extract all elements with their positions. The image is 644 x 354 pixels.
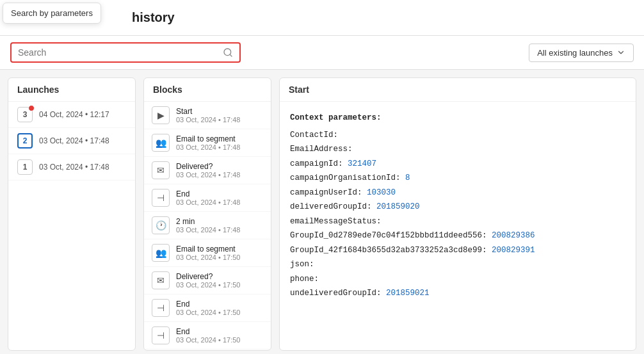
- list-item[interactable]: ⊣ End 03 Oct, 2024 • 17:50: [144, 294, 271, 322]
- block-icon: 👥: [152, 244, 170, 262]
- launch-badge: 1: [17, 159, 33, 175]
- param-key: json:: [290, 260, 314, 269]
- param-key: campaignId:: [290, 159, 343, 168]
- block-name: 2 min: [176, 217, 240, 226]
- list-item[interactable]: ✉ Delivered? 03 Oct, 2024 • 17:48: [144, 157, 271, 184]
- param-key: undeliveredGroupId:: [290, 289, 382, 298]
- main-content: Launches 3 04 Oct, 2024 • 12:17 2 03 Oct…: [0, 70, 644, 354]
- block-icon: ✉: [152, 271, 170, 289]
- param-key: campaignUserId:: [290, 188, 362, 197]
- block-name: Delivered?: [176, 272, 240, 281]
- blocks-list: ▶ Start 03 Oct, 2024 • 17:48 👥 Email to …: [144, 102, 271, 350]
- search-icon: [223, 47, 233, 58]
- tooltip-text: Search by parameters: [11, 8, 93, 18]
- param-line: ContactId:: [290, 128, 625, 143]
- search-bar-row: All existing launches: [0, 36, 644, 70]
- block-date: 03 Oct, 2024 • 17:48: [176, 198, 240, 206]
- block-date: 03 Oct, 2024 • 17:48: [176, 116, 240, 124]
- param-value: 321407: [348, 159, 376, 168]
- launch-datetime: 03 Oct, 2024 • 17:48: [39, 136, 109, 145]
- block-name: End: [176, 300, 240, 309]
- param-line: GroupId_42f1684b3655d32ab3733252a3cd8e99…: [290, 243, 625, 258]
- block-icon: ⊣: [152, 326, 170, 344]
- block-name: End: [176, 327, 240, 336]
- search-input-wrapper[interactable]: [10, 42, 241, 63]
- list-item[interactable]: ⊣ End 03 Oct, 2024 • 17:50: [144, 322, 271, 350]
- launch-datetime: 04 Oct, 2024 • 12:17: [39, 110, 109, 119]
- block-icon: ⊣: [152, 189, 170, 207]
- list-item[interactable]: 2 03 Oct, 2024 • 17:48: [8, 128, 135, 154]
- launches-panel: Launches 3 04 Oct, 2024 • 12:17 2 03 Oct…: [8, 77, 136, 351]
- block-icon: 👥: [152, 134, 170, 152]
- block-icon: ▶: [152, 106, 170, 124]
- block-name: Start: [176, 107, 240, 116]
- param-value: 200829391: [492, 246, 535, 255]
- detail-panel: Start Context parameters: ContactId:Emai…: [279, 77, 636, 351]
- blocks-panel: Blocks ▶ Start 03 Oct, 2024 • 17:48 👥 Em…: [143, 77, 271, 351]
- error-dot: [28, 105, 35, 111]
- launch-datetime: 03 Oct, 2024 • 17:48: [39, 163, 109, 172]
- param-key: GroupId_42f1684b3655d32ab3733252a3cd8e99…: [290, 246, 487, 255]
- launch-badge: 2: [17, 133, 33, 149]
- launches-list: 3 04 Oct, 2024 • 12:17 2 03 Oct, 2024 • …: [8, 102, 135, 181]
- launch-badge: 3: [17, 107, 33, 122]
- param-line: phone:: [290, 272, 625, 287]
- param-value: 103030: [367, 188, 396, 197]
- block-info: Email to segment 03 Oct, 2024 • 17:50: [176, 245, 240, 261]
- param-key: phone:: [290, 275, 319, 284]
- chevron-down-icon: [616, 48, 625, 57]
- param-line: EmailAddress:: [290, 142, 625, 157]
- list-item[interactable]: 3 04 Oct, 2024 • 12:17: [8, 102, 135, 128]
- list-item[interactable]: 🕐 2 min 03 Oct, 2024 • 17:48: [144, 212, 271, 239]
- param-key: deliveredGroupId:: [290, 202, 372, 211]
- block-name: Email to segment: [176, 245, 240, 253]
- block-date: 03 Oct, 2024 • 17:50: [176, 309, 240, 316]
- launches-header: Launches: [8, 78, 135, 102]
- param-value: 201859020: [376, 202, 420, 211]
- block-info: End 03 Oct, 2024 • 17:50: [176, 300, 240, 316]
- block-info: Delivered? 03 Oct, 2024 • 17:48: [176, 162, 240, 179]
- param-line: GroupId_0d2789ede70c04f152bbbd11ddeed556…: [290, 229, 625, 243]
- block-info: Start 03 Oct, 2024 • 17:48: [176, 107, 240, 124]
- block-info: Delivered? 03 Oct, 2024 • 17:50: [176, 272, 240, 289]
- param-key: GroupId_0d2789ede70c04f152bbbd11ddeed556…: [290, 231, 487, 240]
- param-line: undeliveredGroupId: 201859021: [290, 286, 625, 301]
- list-item[interactable]: ✉ Delivered? 03 Oct, 2024 • 17:50: [144, 267, 271, 294]
- block-date: 03 Oct, 2024 • 17:48: [176, 143, 240, 151]
- param-line: campaignId: 321407: [290, 157, 625, 172]
- list-item[interactable]: ⊣ End 03 Oct, 2024 • 17:48: [144, 184, 271, 212]
- block-info: End 03 Oct, 2024 • 17:50: [176, 327, 240, 344]
- block-name: Delivered?: [176, 162, 240, 171]
- param-value: 201859021: [386, 289, 430, 298]
- svg-line-1: [230, 54, 232, 56]
- top-bar: Search by parameters history: [0, 0, 644, 36]
- search-input[interactable]: [18, 47, 220, 58]
- block-info: 2 min 03 Oct, 2024 • 17:48: [176, 217, 240, 234]
- list-item[interactable]: 1 03 Oct, 2024 • 17:48: [8, 154, 135, 181]
- launches-dropdown[interactable]: All existing launches: [529, 44, 634, 62]
- param-line: json:: [290, 257, 625, 272]
- param-key: emailMessageStatus:: [290, 217, 382, 226]
- detail-body: Context parameters: ContactId:EmailAddre…: [280, 102, 636, 310]
- list-item[interactable]: 👥 Email to segment 03 Oct, 2024 • 17:48: [144, 129, 271, 157]
- params-list: ContactId:EmailAddress:campaignId: 32140…: [290, 128, 625, 301]
- list-item[interactable]: 👥 Email to segment 03 Oct, 2024 • 17:50: [144, 239, 271, 267]
- page-title: history: [132, 10, 175, 25]
- context-params-title: Context parameters:: [290, 113, 382, 122]
- param-key: ContactId:: [290, 131, 338, 140]
- param-line: deliveredGroupId: 201859020: [290, 200, 625, 214]
- list-item[interactable]: ▶ Start 03 Oct, 2024 • 17:48: [144, 102, 271, 129]
- param-line: campaignOrganisationId: 8: [290, 171, 625, 186]
- block-date: 03 Oct, 2024 • 17:48: [176, 171, 240, 179]
- block-icon: ✉: [152, 161, 170, 179]
- param-value: 8: [405, 173, 410, 182]
- block-info: Email to segment 03 Oct, 2024 • 17:48: [176, 134, 240, 151]
- param-line: campaignUserId: 103030: [290, 186, 625, 200]
- block-icon: ⊣: [152, 299, 170, 317]
- blocks-header: Blocks: [144, 78, 271, 102]
- param-key: campaignOrganisationId:: [290, 173, 401, 182]
- dropdown-label: All existing launches: [537, 48, 613, 58]
- block-name: Email to segment: [176, 134, 240, 143]
- block-name: End: [176, 189, 240, 198]
- block-date: 03 Oct, 2024 • 17:50: [176, 336, 240, 344]
